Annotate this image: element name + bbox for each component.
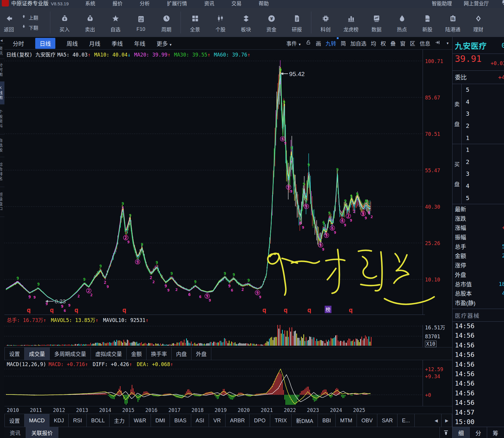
indicator-tab-BBI[interactable]: BBI: [318, 414, 336, 427]
toolbar-button-个股[interactable]: 个股: [208, 9, 233, 36]
menu-right-智能助理[interactable]: 智能助理: [432, 0, 452, 7]
toolbar-button-数据[interactable]: 数据: [364, 9, 389, 36]
toolbar-button-陆港通[interactable]: 陆陆港通: [440, 9, 466, 36]
toolbar-button-研报[interactable]: 研报: [284, 9, 310, 36]
menu-item-报价[interactable]: 报价: [112, 0, 123, 7]
period-tab-周线[interactable]: 周线: [67, 39, 78, 47]
volume-tab-换手率[interactable]: 换手率: [146, 347, 172, 360]
sell-level-1[interactable]: 1: [462, 134, 504, 141]
indicator-tab-TRIX[interactable]: TRIX: [270, 414, 292, 427]
sell-level-5[interactable]: 5: [462, 86, 504, 93]
sidebar-tab-资讯[interactable]: 资讯: [0, 44, 4, 59]
indicator-tab-BOLL[interactable]: BOLL: [87, 414, 110, 427]
indicator-tab-DPO[interactable]: DPO: [249, 414, 270, 427]
indicator-tab-RSI[interactable]: RSI: [69, 414, 87, 427]
toolbar-button-龙虎榜[interactable]: 龙虎榜: [338, 9, 364, 36]
period-tab-年线[interactable]: 年线: [134, 39, 145, 47]
menu-item-帮助[interactable]: 帮助: [259, 0, 269, 7]
toolbar-button-科创[interactable]: 科创: [313, 9, 338, 36]
toolbar-button-新股[interactable]: IPO新股: [415, 9, 440, 36]
chart-tool-事件[interactable]: 事件▼: [286, 39, 301, 47]
toolbar-button-周期[interactable]: 周期: [154, 9, 179, 36]
buy-level-5[interactable]: 5: [462, 194, 504, 202]
menu-item-系统[interactable]: 系统: [85, 0, 95, 7]
period-tab-分时[interactable]: 分时: [13, 39, 24, 47]
chart-tool-信息[interactable]: 信息: [420, 39, 430, 47]
expand-top-icon[interactable]: [439, 427, 452, 438]
sidebar-tab-个股资料[interactable]: 个股资料: [0, 104, 4, 134]
chart-tool-均[interactable]: 均: [371, 39, 376, 47]
indicator-tab-W&R[interactable]: W&R: [129, 414, 151, 427]
indicator-tab-MACD[interactable]: MACD: [25, 414, 49, 427]
indicator-tab-新DMA[interactable]: 新DMA: [292, 414, 318, 427]
chevron-down-icon[interactable]: ▼: [446, 41, 449, 45]
sell-level-4[interactable]: 4: [462, 98, 504, 105]
volume-tab-虚拟成交量[interactable]: 虚拟成交量: [91, 347, 127, 360]
volume-tab-外盘[interactable]: 外盘: [191, 347, 211, 360]
toolbar-button-买入[interactable]: 买入: [52, 9, 77, 36]
panel-tab-分[interactable]: 分: [470, 427, 487, 438]
indicator-tab-SAR[interactable]: SAR: [377, 414, 397, 427]
toolbar-button-上翻[interactable]: 上翻: [18, 14, 49, 21]
toolbar-button-下翻[interactable]: 下翻: [18, 24, 49, 31]
sidebar-tab-超级盘口[interactable]: 超级盘口: [0, 187, 4, 217]
volume-tab-多周期成交量[interactable]: 多周期成交量: [50, 347, 91, 360]
toolbar-button-自选[interactable]: 自选: [103, 9, 128, 36]
lock-icon[interactable]: [306, 40, 311, 47]
period-tab-日线[interactable]: 日线: [35, 38, 55, 49]
panel-tab-筹[interactable]: 筹: [487, 427, 504, 438]
indicator-tab-KDJ[interactable]: KDJ: [49, 414, 69, 427]
buy-level-4[interactable]: 4: [462, 182, 504, 189]
sidebar-tab-综合排名[interactable]: 综合排名: [0, 157, 4, 187]
sidebar-collapse-icon[interactable]: ◀: [0, 37, 4, 44]
chart-tool-权[interactable]: 权: [381, 39, 386, 47]
sell-level-2[interactable]: 2: [462, 122, 504, 129]
sidebar-tab-自选股[interactable]: 自选股: [0, 134, 4, 157]
indicator-tab-主力[interactable]: 主力: [110, 414, 129, 427]
indicator-tab-VR[interactable]: VR: [209, 414, 226, 427]
sidebar-tab-分时图[interactable]: 分时图: [0, 59, 4, 82]
toolbar-button-板块[interactable]: 板块: [233, 9, 259, 36]
indicator-tab-BIAS[interactable]: BIAS: [170, 414, 191, 427]
menu-item-资讯[interactable]: 资讯: [204, 0, 214, 7]
toolbar-button-资金[interactable]: ¥资金: [259, 9, 284, 36]
panel-tab-细[interactable]: 细: [453, 427, 470, 438]
chart-tool-加自选[interactable]: 加自选: [350, 39, 366, 47]
indicator-tab-设置[interactable]: 设置: [4, 414, 25, 427]
macd-chart[interactable]: [4, 368, 423, 405]
chart-tool-简[interactable]: 简: [341, 39, 346, 47]
chart-tool-九转[interactable]: 九转: [326, 39, 336, 47]
sell-level-3[interactable]: 3: [462, 110, 504, 117]
chart-tool-区[interactable]: 区: [410, 39, 415, 47]
main-chart[interactable]: 9999692292992999922999969999969299996999…: [4, 49, 423, 315]
period-tab-更多[interactable]: 更多▼: [157, 39, 172, 47]
toolbar-button-F10[interactable]: F10F10: [128, 9, 154, 36]
menu-item-分析[interactable]: 分析: [140, 0, 150, 7]
menu-item-交易[interactable]: 交易: [231, 0, 241, 7]
period-tab-月线[interactable]: 月线: [89, 39, 100, 47]
toolbar-button-理财[interactable]: 理财: [466, 9, 491, 36]
volume-tab-设置[interactable]: 设置: [4, 347, 25, 360]
volume-tab-成交量[interactable]: 成交量: [25, 347, 50, 360]
toolbar-button-返回[interactable]: 返回: [0, 9, 18, 36]
toolbar-button-全景[interactable]: 全景: [182, 9, 208, 36]
indicator-tab-OBV[interactable]: OBV: [357, 414, 377, 427]
chart-tool-窗[interactable]: 窗: [400, 39, 405, 47]
buy-level-2[interactable]: 2: [462, 158, 504, 165]
bottom-tab-资讯[interactable]: 资讯: [4, 427, 26, 438]
indicator-tab-ASI[interactable]: ASI: [191, 414, 209, 427]
sidebar-tab-K线图[interactable]: K线图: [0, 82, 4, 104]
buy-level-3[interactable]: 3: [462, 170, 504, 177]
volume-chart[interactable]: [4, 323, 423, 346]
chart-tool-画[interactable]: 画: [316, 39, 321, 47]
buy-level-1[interactable]: 1: [462, 146, 504, 153]
period-tab-季线[interactable]: 季线: [112, 39, 123, 47]
chart-tool-叠[interactable]: 叠: [390, 39, 396, 47]
indicator-scroll-left[interactable]: ◀: [431, 414, 442, 427]
indicator-tab-ARBR[interactable]: ARBR: [226, 414, 249, 427]
volume-tab-金额[interactable]: 金额: [127, 347, 146, 360]
indicator-tab-E...[interactable]: E...: [397, 414, 415, 427]
volume-tab-内盘[interactable]: 内盘: [172, 347, 191, 360]
menu-right-网上营业厅[interactable]: 网上营业厅: [464, 0, 489, 7]
indicator-tab-MTM[interactable]: MTM: [336, 414, 357, 427]
